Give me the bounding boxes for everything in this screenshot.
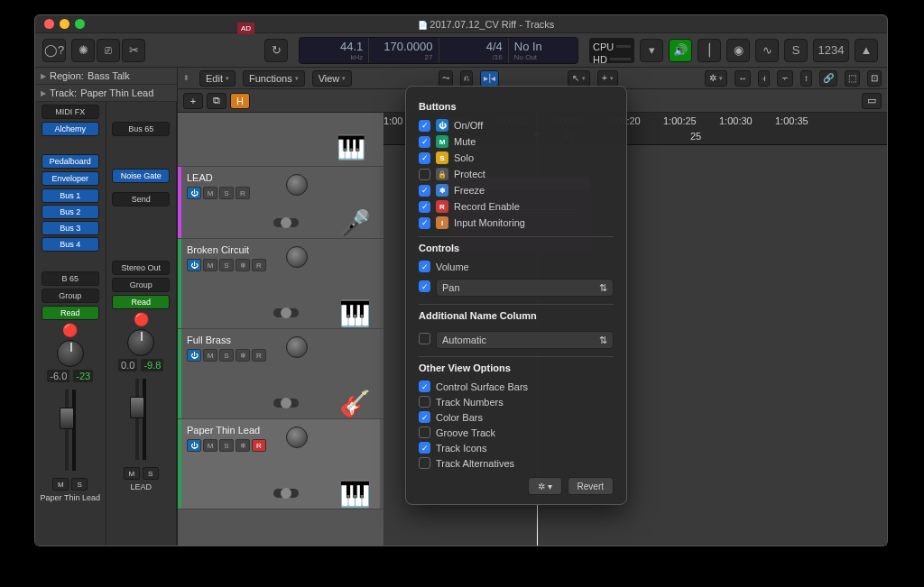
klopfgeist-button[interactable]: ▲ (855, 39, 878, 62)
solo-button[interactable]: ∿ (755, 39, 779, 62)
checkbox[interactable] (419, 217, 430, 229)
record-button[interactable]: R (236, 187, 250, 199)
add-track-button[interactable]: + (183, 93, 203, 109)
pan-select[interactable]: Pan⇅ (436, 279, 614, 297)
db-value[interactable]: -6.0 (47, 370, 69, 382)
tool2-button[interactable]: ⫞ (758, 70, 770, 87)
mute-button[interactable]: M (203, 439, 217, 452)
track-header[interactable]: Broken Circuit⏻MS❄R🎹 (181, 239, 380, 328)
input-slot[interactable]: Bus 65 (112, 122, 170, 136)
audio-fx-slot[interactable]: Enveloper (42, 171, 99, 186)
volume-fader[interactable] (135, 379, 139, 460)
track-header[interactable]: !LEAD▼⏻MSR🎤 (181, 167, 380, 238)
headers-button[interactable]: H (230, 93, 250, 109)
freeze-button[interactable]: ❄ (236, 439, 250, 452)
checkbox[interactable] (419, 185, 430, 197)
record-button[interactable]: R (252, 259, 266, 271)
editors-button[interactable]: ✂ (122, 39, 145, 62)
freeze-button[interactable]: ❄ (236, 349, 250, 362)
track-header[interactable]: Paper Thin Lead⏻MS❄R🎹 (181, 419, 380, 509)
tool1-button[interactable]: ↔ (735, 70, 751, 87)
instrument-slot[interactable]: Alchemy (42, 122, 99, 136)
mixer-button[interactable]: ⎚ (97, 39, 120, 62)
metronome-button[interactable]: ▾ (640, 39, 663, 62)
alt-tool[interactable]: + ▾ (597, 70, 618, 87)
tool3-button[interactable]: ⫟ (777, 70, 793, 87)
send-slot[interactable]: Bus 2 (42, 205, 99, 219)
send-slot[interactable]: Bus 1 (42, 188, 99, 203)
mute-button[interactable]: M (124, 467, 140, 480)
tool4-button[interactable]: ↕ (800, 70, 812, 87)
solo-button[interactable]: S (219, 259, 234, 271)
pan-knob[interactable] (127, 329, 154, 356)
master-volume-button[interactable]: 🔊 (669, 39, 692, 62)
volume-slider[interactable] (273, 308, 299, 317)
tuner-button[interactable]: ◉ (726, 39, 750, 62)
checkbox[interactable] (419, 411, 430, 423)
send-slot[interactable]: Bus 3 (42, 221, 99, 235)
link-button[interactable]: 🔗 (819, 70, 837, 87)
cycle-button[interactable]: ↻ (264, 39, 288, 62)
power-button[interactable]: ⏻ (187, 259, 201, 271)
peak-value[interactable]: -23 (73, 370, 93, 382)
sync-button[interactable]: S (784, 39, 808, 62)
send-slot[interactable]: Send (112, 192, 170, 206)
solo-button[interactable]: S (219, 187, 234, 199)
zoom-h-button[interactable]: ⬚ (845, 70, 860, 87)
solo-button[interactable]: S (219, 439, 234, 452)
checkbox[interactable] (419, 136, 430, 148)
solo-button[interactable]: S (219, 349, 234, 362)
track-inspector[interactable]: ▶ Track: Paper Thin Lead (35, 85, 177, 102)
checkbox[interactable] (419, 152, 430, 164)
checkbox[interactable] (419, 280, 430, 292)
volume-slider[interactable] (273, 218, 299, 227)
automation-mode[interactable]: Read (42, 306, 99, 320)
pan-knob[interactable] (286, 174, 308, 196)
solo-button[interactable]: S (71, 478, 88, 491)
region-inspector[interactable]: ▶ Region: Bass Talk (35, 68, 177, 85)
close-button[interactable] (44, 19, 54, 29)
counter-display[interactable]: 1234 (813, 39, 849, 62)
pan-knob[interactable] (286, 246, 308, 268)
mute-button[interactable]: M (203, 187, 217, 199)
revert-button[interactable]: Revert (568, 477, 614, 495)
power-button[interactable]: ⏻ (187, 349, 201, 362)
zoom-button[interactable] (75, 19, 85, 29)
duplicate-button[interactable]: ⧉ (207, 93, 226, 109)
mute-button[interactable]: M (52, 478, 69, 491)
edit-menu[interactable]: Edit▾ (199, 70, 236, 87)
group-slot[interactable]: Group (42, 289, 99, 303)
volume-slider[interactable] (273, 399, 299, 408)
checkbox[interactable] (419, 396, 430, 408)
pointer-tool[interactable]: ↖ ▾ (568, 70, 590, 87)
checkbox[interactable] (419, 120, 430, 132)
mute-button[interactable]: M (203, 349, 217, 362)
lcd-display[interactable]: 44.1kHz 170.000027 4/4/16 No InNo Out (299, 37, 578, 64)
checkbox[interactable] (419, 381, 430, 392)
volume-fader[interactable] (65, 390, 69, 471)
pan-knob[interactable] (286, 426, 308, 448)
power-button[interactable]: ⏻ (187, 439, 201, 452)
toggle-icon[interactable]: ⬍ (183, 74, 192, 83)
library-button[interactable]: ◯? (42, 39, 66, 62)
volume-slider[interactable] (273, 489, 299, 498)
checkbox[interactable] (419, 201, 430, 213)
solo-button[interactable]: S (143, 467, 159, 480)
audio-fx-slot[interactable]: Pedalboard (42, 154, 99, 169)
checkbox[interactable] (419, 261, 430, 272)
power-button[interactable]: ⏻ (187, 187, 201, 199)
inspector-button[interactable]: ✺ (71, 39, 95, 62)
checkbox[interactable] (419, 457, 430, 469)
automation-button[interactable]: ⤳ (439, 70, 453, 87)
pan-knob[interactable] (286, 336, 308, 358)
output-slot[interactable]: Stereo Out (112, 261, 170, 275)
flex-button[interactable]: ⎌ (460, 70, 473, 87)
minimize-button[interactable] (60, 19, 69, 29)
catch-button[interactable]: ▸|◂ (480, 70, 499, 87)
peak-value[interactable]: -9.8 (141, 359, 163, 371)
name-column-check[interactable] (419, 333, 430, 344)
count-in-button[interactable]: ⎮ (698, 39, 721, 62)
pan-knob[interactable] (57, 340, 84, 367)
record-button[interactable]: R (252, 439, 266, 452)
checkbox[interactable] (419, 169, 430, 180)
